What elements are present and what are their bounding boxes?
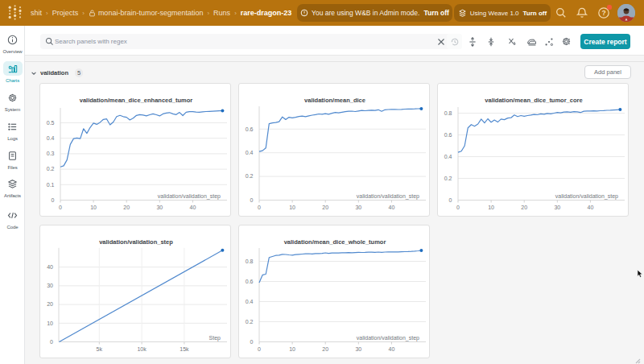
svg-text:30: 30 bbox=[355, 205, 361, 210]
svg-text:0: 0 bbox=[258, 205, 261, 210]
svg-text:validation/validation_step: validation/validation_step bbox=[357, 335, 419, 341]
svg-text:validation/validation_step: validation/validation_step bbox=[357, 193, 419, 200]
svg-text:0: 0 bbox=[52, 197, 55, 203]
svg-text:Step: Step bbox=[209, 335, 221, 341]
svg-text:0: 0 bbox=[50, 339, 53, 345]
svg-text:0.6: 0.6 bbox=[246, 126, 254, 132]
svg-text:0.4: 0.4 bbox=[246, 299, 254, 304]
svg-text:validation/mean_dice_enhanced_: validation/mean_dice_enhanced_tumor bbox=[80, 97, 193, 104]
svg-text:10: 10 bbox=[289, 346, 295, 352]
svg-text:0: 0 bbox=[59, 205, 62, 210]
svg-text:0.4: 0.4 bbox=[444, 154, 452, 159]
svg-text:?: ? bbox=[601, 9, 605, 17]
svg-text:10: 10 bbox=[47, 321, 53, 326]
svg-text:15k: 15k bbox=[180, 346, 189, 352]
svg-text:40: 40 bbox=[190, 205, 196, 210]
svg-text:0.8: 0.8 bbox=[246, 259, 254, 264]
svg-text:30: 30 bbox=[355, 346, 361, 352]
svg-text:0.2: 0.2 bbox=[246, 173, 254, 179]
svg-text:0.2: 0.2 bbox=[444, 176, 452, 181]
svg-text:0: 0 bbox=[449, 197, 452, 203]
svg-text:validation/validation_step: validation/validation_step bbox=[158, 193, 221, 200]
svg-text:30: 30 bbox=[156, 205, 163, 210]
svg-text:30: 30 bbox=[554, 205, 560, 210]
svg-text:20: 20 bbox=[123, 205, 130, 210]
svg-text:10: 10 bbox=[289, 205, 295, 210]
svg-text:10: 10 bbox=[90, 205, 97, 210]
svg-text:0.4: 0.4 bbox=[47, 135, 55, 141]
svg-text:0: 0 bbox=[456, 205, 460, 210]
svg-text:0.8: 0.8 bbox=[444, 110, 452, 116]
svg-text:20: 20 bbox=[521, 205, 527, 210]
svg-text:20: 20 bbox=[322, 205, 328, 210]
svg-text:validation/mean_dice_tumor_cor: validation/mean_dice_tumor_core bbox=[485, 97, 582, 104]
svg-text:0: 0 bbox=[258, 346, 261, 352]
svg-text:0.2: 0.2 bbox=[246, 319, 254, 325]
svg-text:0.5: 0.5 bbox=[47, 120, 55, 126]
svg-text:20: 20 bbox=[322, 346, 328, 352]
svg-text:0: 0 bbox=[250, 197, 254, 203]
svg-text:10k: 10k bbox=[137, 346, 147, 352]
svg-text:0.2: 0.2 bbox=[47, 166, 55, 172]
svg-text:0: 0 bbox=[250, 339, 254, 345]
svg-text:30: 30 bbox=[47, 283, 53, 288]
svg-text:0.4: 0.4 bbox=[246, 150, 254, 155]
svg-text:validation/mean_dice: validation/mean_dice bbox=[304, 97, 365, 104]
svg-text:40: 40 bbox=[389, 205, 395, 210]
svg-text:20: 20 bbox=[47, 301, 53, 307]
svg-text:40: 40 bbox=[389, 346, 395, 352]
svg-text:0.6: 0.6 bbox=[246, 279, 254, 284]
svg-text:validation/mean_dice_whole_tum: validation/mean_dice_whole_tumor bbox=[284, 238, 386, 246]
svg-text:0.3: 0.3 bbox=[47, 151, 55, 156]
svg-text:0.6: 0.6 bbox=[444, 132, 452, 138]
svg-text:validation/validation_step: validation/validation_step bbox=[99, 238, 173, 246]
svg-text:0.1: 0.1 bbox=[47, 182, 55, 188]
svg-text:5k: 5k bbox=[97, 346, 103, 352]
svg-text:10: 10 bbox=[488, 205, 494, 210]
svg-text:40: 40 bbox=[588, 205, 594, 210]
svg-text:validation/validation_step: validation/validation_step bbox=[555, 193, 618, 200]
svg-text:40: 40 bbox=[47, 264, 53, 270]
